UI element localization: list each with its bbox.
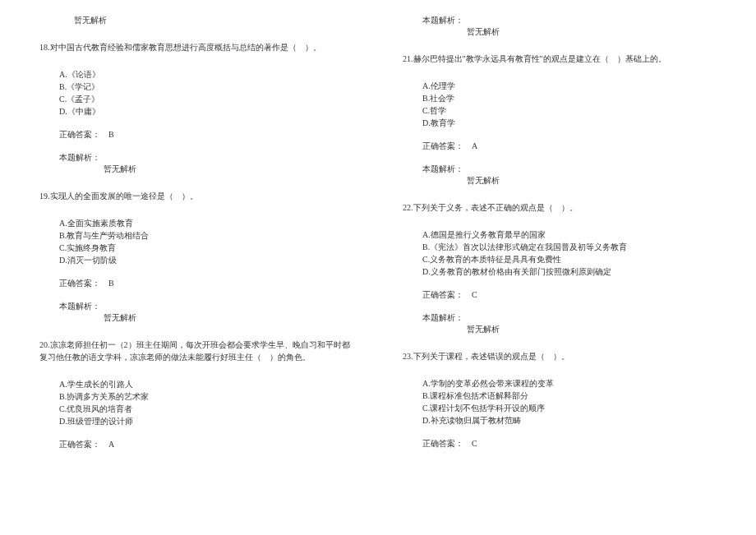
q21-answer: 正确答案： A (422, 141, 717, 152)
question-23: 23.下列关于课程，表述错误的观点是（ ）。 A.学制的变革必然会带来课程的变革… (403, 350, 717, 450)
q19-analysis-content: 暂无解析 (104, 312, 353, 324)
q18-option-c: C.《孟子》 (59, 93, 353, 105)
q19-answer: 正确答案： B (59, 278, 353, 289)
q22-answer: 正确答案： C (422, 289, 717, 301)
q18-option-b: B.《学记》 (59, 81, 353, 93)
q19-option-a: A.全面实施素质教育 (59, 217, 353, 229)
q22-analysis-header: 本题解析： (422, 312, 717, 324)
q23-options: A.学制的变革必然会带来课程的变革 B.课程标准包括术语解释部分 C.课程计划不… (422, 377, 717, 427)
q18-option-d: D.《中庸》 (59, 105, 353, 118)
q19-options: A.全面实施素质教育 B.教育与生产劳动相结合 C.实施终身教育 D.消灭一切阶… (59, 217, 353, 266)
q20-answer: 正确答案： A (59, 439, 353, 450)
q21-option-b: B.社会学 (422, 92, 717, 104)
q23-option-c: C.课程计划不包括学科开设的顺序 (422, 402, 717, 414)
q20-option-c: C.优良班风的培育者 (59, 403, 353, 415)
q18-answer: 正确答案： B (59, 129, 353, 141)
q22-option-a: A.德国是推行义务教育最早的国家 (422, 228, 717, 241)
q20-options: A.学生成长的引路人 B.协调多方关系的艺术家 C.优良班风的培育者 D.班级管… (59, 378, 353, 427)
q23-option-a: A.学制的变革必然会带来课程的变革 (422, 377, 717, 390)
q22-option-c: C.义务教育的本质特征是具具有免费性 (422, 253, 717, 265)
no-analysis-text: 暂无解析 (74, 15, 353, 26)
q22-options: A.德国是推行义务教育最早的国家 B.《宪法》首次以法律形式确定在我国普及初等义… (422, 228, 717, 278)
q22-option-b: B.《宪法》首次以法律形式确定在我国普及初等义务教育 (422, 241, 717, 253)
q19-option-b: B.教育与生产劳动相结合 (59, 229, 353, 242)
q18-analysis-header: 本题解析： (59, 152, 353, 164)
q22-stem: 22.下列关于义务，表述不正确的观点是（ ）。 (403, 201, 717, 214)
q23-option-b: B.课程标准包括术语解释部分 (422, 390, 717, 402)
q20-stem: 20.凉凉老师担任初一（2）班主任期间，每次开班会都会要求学生早、晚自习和平时都… (39, 339, 353, 363)
q18-option-a: A.《论语》 (59, 68, 353, 81)
top-analysis-content: 暂无解析 (467, 26, 717, 38)
q20-option-a: A.学生成长的引路人 (59, 378, 353, 390)
q19-analysis-header: 本题解析： (59, 301, 353, 312)
q21-analysis-content: 暂无解析 (467, 175, 717, 187)
question-22: 22.下列关于义务，表述不正确的观点是（ ）。 A.德国是推行义务教育最早的国家… (403, 201, 717, 335)
left-column: 暂无解析 18.对中国古代教育经验和儒家教育思想进行高度概括与总结的著作是（ ）… (0, 0, 378, 535)
q23-answer: 正确答案： C (422, 438, 717, 450)
q20-option-d: D.班级管理的设计师 (59, 415, 353, 427)
q19-option-c: C.实施终身教育 (59, 242, 353, 254)
q21-option-a: A.伦理学 (422, 80, 717, 92)
q21-option-c: C.哲学 (422, 104, 717, 117)
q21-analysis-header: 本题解析： (422, 164, 717, 175)
q18-options: A.《论语》 B.《学记》 C.《孟子》 D.《中庸》 (59, 68, 353, 118)
q23-stem: 23.下列关于课程，表述错误的观点是（ ）。 (403, 350, 717, 362)
q21-stem: 21.赫尔巴特提出"教学永远具有教育性"的观点是建立在（ ）基础上的。 (403, 53, 717, 65)
question-21: 21.赫尔巴特提出"教学永远具有教育性"的观点是建立在（ ）基础上的。 A.伦理… (403, 53, 717, 187)
question-19: 19.实现人的全面发展的唯一途径是（ ）。 A.全面实施素质教育 B.教育与生产… (39, 190, 353, 324)
top-analysis-header: 本题解析： (422, 15, 717, 26)
question-20: 20.凉凉老师担任初一（2）班主任期间，每次开班会都会要求学生早、晚自习和平时都… (39, 339, 353, 450)
q23-option-d: D.补充读物归属于教材范畴 (422, 414, 717, 427)
question-18: 18.对中国古代教育经验和儒家教育思想进行高度概括与总结的著作是（ ）。 A.《… (39, 41, 353, 175)
q18-stem: 18.对中国古代教育经验和儒家教育思想进行高度概括与总结的著作是（ ）。 (39, 41, 353, 53)
q19-option-d: D.消灭一切阶级 (59, 254, 353, 266)
right-column: 本题解析： 暂无解析 21.赫尔巴特提出"教学永远具有教育性"的观点是建立在（ … (378, 0, 756, 535)
q21-options: A.伦理学 B.社会学 C.哲学 D.教育学 (422, 80, 717, 129)
q21-option-d: D.教育学 (422, 117, 717, 129)
q22-option-d: D.义务教育的教材价格由有关部门按照微利原则确定 (422, 265, 717, 278)
q20-option-b: B.协调多方关系的艺术家 (59, 390, 353, 403)
q18-analysis-content: 暂无解析 (104, 164, 353, 175)
q19-stem: 19.实现人的全面发展的唯一途径是（ ）。 (39, 190, 353, 202)
q22-analysis-content: 暂无解析 (467, 324, 717, 335)
